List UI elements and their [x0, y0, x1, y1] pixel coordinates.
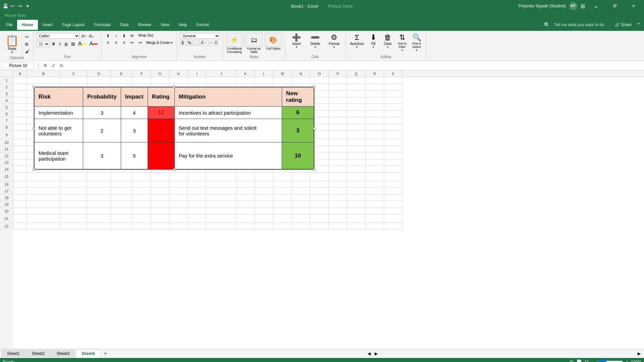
- customize-qat-icon[interactable]: ▾: [25, 3, 30, 9]
- col-header-e[interactable]: E: [111, 70, 132, 77]
- normal-view-button[interactable]: ⊞: [570, 359, 574, 362]
- cell-r17-c3[interactable]: [60, 188, 87, 194]
- cell-r20-c10[interactable]: [206, 208, 236, 215]
- cell-r19-c14[interactable]: [292, 201, 310, 208]
- cell-r4-c16[interactable]: [329, 97, 347, 104]
- cell-r14-c18[interactable]: [366, 166, 384, 173]
- cell-r3-c19[interactable]: [384, 90, 402, 97]
- zoom-in-button[interactable]: +: [626, 360, 628, 362]
- cell-r12-c1[interactable]: [13, 153, 27, 159]
- cell-r4-c17[interactable]: [347, 97, 366, 104]
- cell-r15-c3[interactable]: [60, 173, 87, 181]
- cell-r11-c18[interactable]: [366, 146, 384, 153]
- autosum-button[interactable]: Σ AutoSum ▾: [348, 33, 366, 50]
- cell-r15-c12[interactable]: [255, 173, 273, 181]
- cell-r2-c16[interactable]: [329, 84, 347, 90]
- align-left-button[interactable]: ≡: [104, 40, 112, 46]
- cell-r16-c6[interactable]: [132, 181, 151, 188]
- cell-r22-c8[interactable]: [169, 223, 188, 230]
- cell-r18-c1[interactable]: [13, 194, 27, 201]
- sort-filter-button[interactable]: ⇅ Sort &Filter ▾: [395, 33, 409, 53]
- col-header-m[interactable]: M: [273, 70, 292, 77]
- cell-r9-c16[interactable]: [329, 131, 347, 139]
- handle-tr[interactable]: [313, 85, 316, 88]
- cell-r15-c18[interactable]: [366, 173, 384, 181]
- cell-r1-c3[interactable]: [60, 77, 87, 84]
- cell-r18-c15[interactable]: [310, 194, 329, 201]
- cell-r15-c15[interactable]: [310, 173, 329, 181]
- cell-r4-c18[interactable]: [366, 97, 384, 104]
- minimize-button[interactable]: 🗕: [588, 0, 604, 12]
- cell-r7-c19[interactable]: [384, 117, 402, 124]
- cell-r20-c6[interactable]: [132, 208, 151, 215]
- cell-r20-c19[interactable]: [384, 208, 402, 215]
- col-header-q[interactable]: Q: [347, 70, 366, 77]
- row-20[interactable]: 20: [0, 208, 13, 215]
- cell-r19-c8[interactable]: [169, 201, 188, 208]
- tab-view[interactable]: View: [156, 20, 174, 30]
- col-header-b[interactable]: B: [27, 70, 60, 77]
- row-13[interactable]: 13: [0, 159, 13, 166]
- increase-decimal-button[interactable]: .0→: [199, 40, 208, 46]
- cell-r22-c1[interactable]: [13, 223, 27, 230]
- fill-color-button[interactable]: A: [77, 41, 88, 47]
- cell-r4-c19[interactable]: [384, 97, 402, 104]
- cell-r13-c1[interactable]: [13, 159, 27, 166]
- row-7[interactable]: 7: [0, 117, 13, 124]
- cell-r21-c8[interactable]: [169, 215, 188, 223]
- cell-r22-c16[interactable]: [329, 223, 347, 230]
- scroll-right[interactable]: ▶: [636, 351, 643, 356]
- decrease-decimal-button[interactable]: ←.0: [209, 40, 218, 46]
- conditional-formatting-button[interactable]: ⚡ Conditional Formatting: [226, 33, 243, 54]
- cell-r12-c18[interactable]: [366, 153, 384, 159]
- sheet-tab-4[interactable]: Sheet4: [76, 350, 100, 357]
- cell-r2-c1[interactable]: [13, 84, 27, 90]
- cell-r21-c9[interactable]: [188, 215, 206, 223]
- tab-page-layout[interactable]: Page Layout: [57, 20, 89, 30]
- col-header-i[interactable]: I: [188, 70, 206, 77]
- cell-r21-c5[interactable]: [111, 215, 132, 223]
- cell-r21-c18[interactable]: [366, 215, 384, 223]
- cell-r21-c3[interactable]: [60, 215, 87, 223]
- cell-r22-c6[interactable]: [132, 223, 151, 230]
- formula-input[interactable]: [66, 63, 643, 69]
- col-header-g[interactable]: G: [151, 70, 169, 77]
- handle-tl[interactable]: [33, 85, 35, 88]
- cell-r20-c16[interactable]: [329, 208, 347, 215]
- cell-r22-c18[interactable]: [366, 223, 384, 230]
- cell-r18-c6[interactable]: [132, 194, 151, 201]
- row-10[interactable]: 10: [0, 139, 13, 146]
- cell-r15-c4[interactable]: [87, 173, 111, 181]
- cell-r13-c19[interactable]: [384, 159, 402, 166]
- cell-r1-c13[interactable]: [273, 77, 292, 84]
- cell-r22-c7[interactable]: [151, 223, 169, 230]
- cell-r22-c19[interactable]: [384, 223, 402, 230]
- cell-r4-c1[interactable]: [13, 97, 27, 104]
- cell-r3-c18[interactable]: [366, 90, 384, 97]
- sheet-tab-1[interactable]: Sheet1: [1, 350, 25, 357]
- cell-r6-c16[interactable]: [329, 111, 347, 117]
- cell-r21-c7[interactable]: [151, 215, 169, 223]
- cell-r16-c9[interactable]: [188, 181, 206, 188]
- cell-r12-c19[interactable]: [384, 153, 402, 159]
- cell-r17-c14[interactable]: [292, 188, 310, 194]
- ribbon-collapse-icon[interactable]: ⌃: [634, 22, 643, 28]
- cell-r5-c18[interactable]: [366, 104, 384, 111]
- cell-r10-c1[interactable]: [13, 139, 27, 146]
- cell-r15-c19[interactable]: [384, 173, 402, 181]
- cell-r15-c16[interactable]: [329, 173, 347, 181]
- cell-r19-c17[interactable]: [347, 201, 366, 208]
- cell-r22-c9[interactable]: [188, 223, 206, 230]
- cell-r21-c11[interactable]: [236, 215, 255, 223]
- cell-r13-c17[interactable]: [347, 159, 366, 166]
- cell-r16-c8[interactable]: [169, 181, 188, 188]
- cell-r17-c1[interactable]: [13, 188, 27, 194]
- tab-insert[interactable]: Insert: [38, 20, 57, 30]
- cell-r18-c4[interactable]: [87, 194, 111, 201]
- cell-r17-c10[interactable]: [206, 188, 236, 194]
- cell-r18-c2[interactable]: [27, 194, 60, 201]
- cell-r18-c3[interactable]: [60, 194, 87, 201]
- row-16[interactable]: 16: [0, 181, 13, 188]
- row-21[interactable]: 21: [0, 215, 13, 223]
- cell-r18-c19[interactable]: [384, 194, 402, 201]
